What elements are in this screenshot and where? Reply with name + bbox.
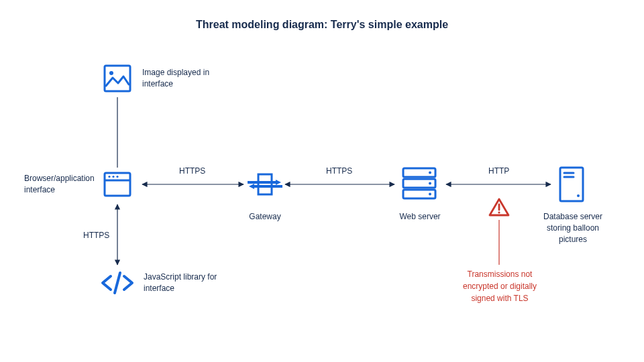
node-image bbox=[101, 62, 134, 95]
node-jslib bbox=[99, 266, 136, 300]
diagram-title: Threat modeling diagram: Terry's simple … bbox=[0, 19, 644, 31]
node-jslib-label: JavaScript library for interface bbox=[144, 272, 231, 294]
svg-point-15 bbox=[429, 182, 431, 185]
conn-browser-gateway-label: HTTPS bbox=[179, 166, 205, 176]
node-gateway-label: Gateway bbox=[238, 211, 292, 223]
svg-line-7 bbox=[115, 273, 120, 293]
conn-browser-jslib-label: HTTPS bbox=[83, 231, 109, 240]
conn-gateway-webserver-label: HTTPS bbox=[326, 166, 352, 176]
gateway-icon bbox=[245, 168, 285, 201]
svg-point-1 bbox=[109, 71, 113, 75]
node-gateway bbox=[245, 168, 285, 201]
node-image-label: Image displayed in interface bbox=[142, 67, 223, 90]
svg-point-20 bbox=[577, 194, 580, 197]
node-webserver bbox=[399, 166, 439, 202]
svg-rect-0 bbox=[105, 66, 130, 91]
svg-point-4 bbox=[108, 176, 110, 178]
code-icon bbox=[99, 266, 136, 300]
conn-webserver-database-label: HTTP bbox=[488, 166, 509, 176]
database-server-icon bbox=[557, 165, 586, 204]
warning-icon bbox=[488, 197, 510, 217]
diagram-canvas: Threat modeling diagram: Terry's simple … bbox=[0, 0, 644, 362]
warning-marker bbox=[488, 197, 510, 217]
image-icon bbox=[101, 62, 134, 95]
svg-point-14 bbox=[429, 172, 431, 174]
node-database-label: Database server storing balloon pictures bbox=[537, 211, 609, 245]
svg-point-5 bbox=[112, 176, 114, 178]
node-webserver-label: Web server bbox=[396, 211, 444, 223]
node-database bbox=[557, 165, 586, 204]
warning-label: Transmissions not encrypted or digitally… bbox=[456, 268, 543, 304]
node-browser bbox=[101, 168, 134, 201]
svg-rect-8 bbox=[258, 174, 272, 194]
server-icon bbox=[399, 166, 439, 202]
svg-point-16 bbox=[429, 193, 431, 196]
svg-point-22 bbox=[498, 211, 500, 213]
node-browser-label: Browser/application interface bbox=[24, 173, 98, 196]
browser-icon bbox=[101, 168, 134, 201]
svg-point-6 bbox=[116, 176, 118, 178]
